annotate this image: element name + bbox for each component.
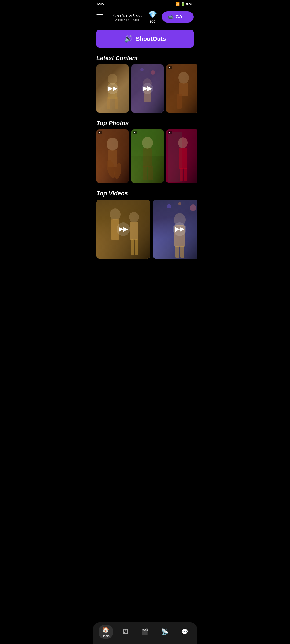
videos-nav-icon: 🎬 bbox=[141, 628, 148, 635]
svg-point-6 bbox=[151, 70, 155, 75]
svg-point-39 bbox=[190, 204, 196, 211]
content-card-2[interactable]: ▶▶ bbox=[131, 64, 164, 113]
svg-rect-44 bbox=[175, 246, 179, 258]
svg-rect-36 bbox=[131, 239, 134, 255]
shoutouts-button[interactable]: 🔊 ShoutOuts bbox=[96, 30, 194, 48]
top-videos-row: ▶▶ ▶▶ bbox=[93, 200, 197, 264]
photo-thumb-3 bbox=[166, 129, 197, 183]
photo-card-1[interactable]: ◤ bbox=[96, 129, 129, 183]
video-card-2[interactable]: ▶▶ bbox=[153, 200, 197, 259]
svg-point-21 bbox=[142, 137, 153, 149]
svg-point-15 bbox=[107, 138, 118, 151]
camera-icon: 📹 bbox=[167, 14, 173, 20]
diamond-area[interactable]: 💎 200 bbox=[148, 10, 157, 23]
latest-content-title: Latest Content bbox=[93, 50, 197, 64]
video-play-button-1[interactable]: ▶▶ bbox=[117, 222, 130, 236]
svg-rect-28 bbox=[179, 148, 187, 169]
svg-point-7 bbox=[140, 68, 144, 71]
svg-rect-37 bbox=[135, 239, 138, 255]
menu-line-2 bbox=[96, 17, 103, 17]
svg-rect-24 bbox=[148, 166, 153, 180]
photo-card-2[interactable]: ◤ bbox=[131, 129, 164, 183]
svg-point-27 bbox=[178, 137, 188, 148]
content-thumb-3 bbox=[166, 64, 197, 113]
logo-name: Anika Shail bbox=[113, 12, 143, 19]
svg-rect-23 bbox=[143, 166, 147, 180]
menu-button[interactable] bbox=[96, 12, 107, 22]
svg-rect-4 bbox=[115, 97, 118, 109]
svg-rect-35 bbox=[130, 222, 138, 240]
status-time: 6:45 bbox=[97, 2, 104, 6]
home-icon: 🏠 bbox=[102, 626, 109, 633]
svg-point-11 bbox=[178, 72, 189, 84]
nav-home[interactable]: 🏠 Home bbox=[99, 625, 113, 639]
menu-line-1 bbox=[96, 14, 103, 15]
nav-chat[interactable]: 💬 bbox=[178, 627, 191, 636]
sound-icon: 🔊 bbox=[124, 35, 133, 43]
svg-point-41 bbox=[178, 202, 181, 205]
bottom-spacer bbox=[93, 264, 197, 286]
svg-rect-45 bbox=[180, 246, 184, 258]
shoutouts-label: ShoutOuts bbox=[136, 35, 166, 42]
latest-content-row: ▶▶ ▶▶ bbox=[93, 64, 197, 115]
call-label: CALL bbox=[176, 14, 188, 19]
nav-home-label: Home bbox=[102, 634, 110, 638]
svg-rect-3 bbox=[107, 97, 110, 109]
top-photos-title: Top Photos bbox=[93, 115, 197, 129]
logo-area: Anika Shail Official App bbox=[113, 12, 143, 22]
photo-badge-3: ◤ bbox=[168, 131, 172, 134]
svg-rect-29 bbox=[180, 168, 183, 181]
video-play-arrow-1: ▶▶ bbox=[119, 226, 128, 233]
wifi-icon: 📶 bbox=[175, 2, 180, 6]
svg-point-34 bbox=[129, 212, 139, 222]
status-indicators: 📶 🔋 97% bbox=[175, 2, 193, 6]
video-card-1[interactable]: ▶▶ bbox=[96, 200, 150, 259]
battery-percent: 97% bbox=[186, 2, 193, 6]
top-photos-row: ◤ ◤ bbox=[93, 129, 197, 186]
nav-videos[interactable]: 🎬 bbox=[138, 627, 151, 636]
menu-line-3 bbox=[96, 19, 103, 19]
content-card-3[interactable]: ◤ bbox=[166, 64, 197, 113]
chat-nav-icon: 💬 bbox=[181, 628, 188, 635]
play-button-2[interactable]: ▶▶ bbox=[142, 83, 153, 94]
play-button-1[interactable]: ▶▶ bbox=[107, 83, 118, 94]
diamond-icon: 💎 bbox=[148, 10, 157, 19]
logo-sub: Official App bbox=[115, 19, 140, 22]
live-nav-icon: 📡 bbox=[161, 628, 168, 635]
svg-point-32 bbox=[110, 208, 121, 220]
photo-thumb-2 bbox=[131, 129, 164, 183]
photo-card-3[interactable]: ◤ bbox=[166, 129, 197, 183]
diamond-count: 200 bbox=[150, 19, 155, 23]
video-play-button-2[interactable]: ▶▶ bbox=[173, 222, 186, 236]
svg-rect-22 bbox=[143, 148, 152, 167]
top-videos-title: Top Videos bbox=[93, 186, 197, 200]
play-arrow-icon: ▶▶ bbox=[108, 85, 117, 92]
battery-icon: 🔋 bbox=[181, 2, 185, 6]
photo-badge-1: ◤ bbox=[98, 131, 102, 134]
svg-point-40 bbox=[167, 204, 171, 208]
photos-nav-icon: 🖼 bbox=[122, 628, 128, 635]
header: Anika Shail Official App 💎 200 📹 CALL bbox=[93, 8, 197, 27]
tl-badge-3: ◤ bbox=[168, 66, 172, 69]
photo-badge-2: ◤ bbox=[133, 131, 137, 134]
nav-live[interactable]: 📡 bbox=[158, 627, 172, 636]
status-bar: 6:45 📶 🔋 97% bbox=[93, 0, 197, 8]
nav-photos[interactable]: 🖼 bbox=[119, 627, 132, 636]
call-button[interactable]: 📹 CALL bbox=[162, 11, 194, 23]
svg-rect-13 bbox=[177, 94, 182, 109]
content-card-1[interactable]: ▶▶ bbox=[96, 64, 129, 113]
play-arrow-icon-2: ▶▶ bbox=[143, 85, 152, 92]
photo-thumb-1 bbox=[96, 129, 129, 183]
bottom-nav: 🏠 Home 🖼 🎬 📡 💬 bbox=[93, 622, 197, 644]
video-play-arrow-2: ▶▶ bbox=[175, 226, 184, 233]
svg-rect-30 bbox=[184, 168, 187, 181]
